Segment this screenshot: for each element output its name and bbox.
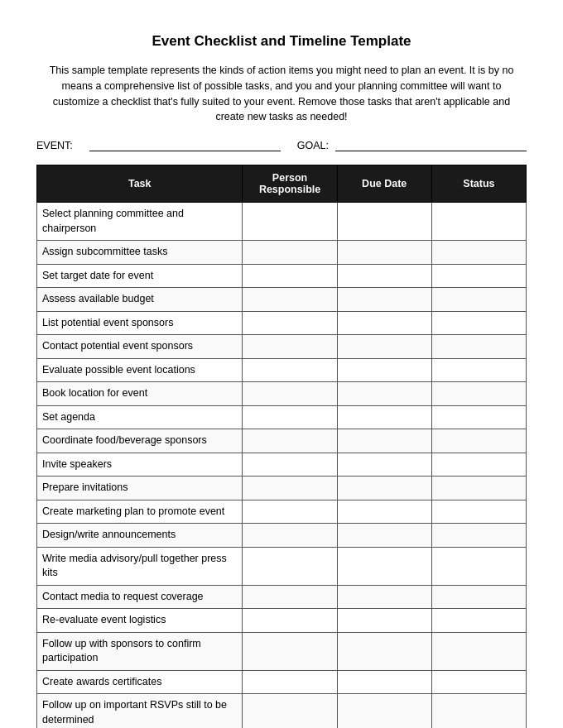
- task-cell: Contact potential event sponsors: [37, 335, 243, 359]
- person-cell: [243, 264, 337, 288]
- task-cell: Assign subcommittee tasks: [37, 241, 243, 265]
- person-cell: [243, 429, 337, 453]
- person-cell: [243, 358, 337, 382]
- status-cell: [431, 288, 526, 312]
- status-cell: [431, 358, 526, 382]
- duedate-cell: [337, 694, 431, 729]
- event-goal-line: EVENT: GOAL:: [36, 140, 527, 151]
- task-cell: Assess available budget: [37, 288, 243, 312]
- person-cell: [243, 632, 337, 670]
- task-cell: Follow up on important RSVPs still to be…: [37, 694, 243, 729]
- status-cell: [431, 632, 526, 670]
- status-cell: [431, 670, 526, 694]
- person-cell: [243, 670, 337, 694]
- task-cell: List potential event sponsors: [37, 311, 243, 335]
- event-label: EVENT:: [36, 140, 73, 151]
- person-cell: [243, 335, 337, 359]
- table-row: Invite speakers: [37, 453, 527, 477]
- goal-label: GOAL:: [297, 140, 329, 151]
- status-cell: [431, 311, 526, 335]
- table-header-row: Task Person Responsible Due Date Status: [37, 165, 527, 203]
- duedate-cell: [337, 405, 431, 429]
- person-cell: [243, 453, 337, 477]
- table-row: Contact potential event sponsors: [37, 335, 527, 359]
- status-cell: [431, 429, 526, 453]
- task-cell: Follow up with sponsors to confirm parti…: [37, 632, 243, 670]
- table-row: Coordinate food/beverage sponsors: [37, 429, 527, 453]
- duedate-cell: [337, 632, 431, 670]
- status-cell: [431, 500, 526, 524]
- table-row: Follow up with sponsors to confirm parti…: [37, 632, 527, 670]
- duedate-cell: [337, 429, 431, 453]
- table-row: Contact media to request coverage: [37, 585, 527, 609]
- duedate-cell: [337, 609, 431, 633]
- duedate-cell: [337, 477, 431, 500]
- task-cell: Re-evaluate event logistics: [37, 609, 243, 633]
- table-row: Follow up on important RSVPs still to be…: [37, 694, 527, 729]
- duedate-cell: [337, 311, 431, 335]
- person-cell: [243, 547, 337, 585]
- task-cell: Set target date for event: [37, 264, 243, 288]
- task-cell: Prepare invitations: [37, 477, 243, 500]
- status-cell: [431, 241, 526, 265]
- duedate-cell: [337, 382, 431, 406]
- person-cell: [243, 382, 337, 406]
- duedate-cell: [337, 524, 431, 548]
- person-cell: [243, 585, 337, 609]
- person-cell: [243, 524, 337, 548]
- duedate-cell: [337, 241, 431, 265]
- table-row: Evaluate possible event locations: [37, 358, 527, 382]
- duedate-cell: [337, 288, 431, 312]
- duedate-cell: [337, 203, 431, 241]
- col-header-duedate: Due Date: [337, 165, 431, 203]
- table-row: Create awards certificates: [37, 670, 527, 694]
- table-row: Write media advisory/pull together press…: [37, 547, 527, 585]
- table-row: Select planning committee and chairperso…: [37, 203, 527, 241]
- table-row: Create marketing plan to promote event: [37, 500, 527, 524]
- status-cell: [431, 547, 526, 585]
- status-cell: [431, 585, 526, 609]
- task-cell: Set agenda: [37, 405, 243, 429]
- task-cell: Design/write announcements: [37, 524, 243, 548]
- status-cell: [431, 405, 526, 429]
- status-cell: [431, 524, 526, 548]
- duedate-cell: [337, 453, 431, 477]
- col-header-status: Status: [431, 165, 526, 203]
- status-cell: [431, 203, 526, 241]
- description-text: This sample template represents the kind…: [36, 63, 527, 125]
- person-cell: [243, 609, 337, 633]
- duedate-cell: [337, 335, 431, 359]
- person-cell: [243, 694, 337, 729]
- col-header-person: Person Responsible: [243, 165, 337, 203]
- col-header-task: Task: [37, 165, 243, 203]
- status-cell: [431, 477, 526, 500]
- page: Event Checklist and Timeline Template Th…: [0, 0, 563, 728]
- checklist-table: Task Person Responsible Due Date Status …: [36, 165, 527, 728]
- person-cell: [243, 288, 337, 312]
- task-cell: Select planning committee and chairperso…: [37, 203, 243, 241]
- duedate-cell: [337, 670, 431, 694]
- status-cell: [431, 609, 526, 633]
- duedate-cell: [337, 358, 431, 382]
- task-cell: Book location for event: [37, 382, 243, 406]
- table-row: Set agenda: [37, 405, 527, 429]
- goal-underline: [335, 140, 527, 151]
- status-cell: [431, 453, 526, 477]
- duedate-cell: [337, 264, 431, 288]
- table-row: Book location for event: [37, 382, 527, 406]
- table-row: List potential event sponsors: [37, 311, 527, 335]
- table-row: Prepare invitations: [37, 477, 527, 500]
- person-cell: [243, 311, 337, 335]
- duedate-cell: [337, 585, 431, 609]
- person-cell: [243, 477, 337, 500]
- event-underline: [89, 140, 281, 151]
- status-cell: [431, 264, 526, 288]
- goal-section: GOAL:: [297, 140, 527, 151]
- table-row: Assess available budget: [37, 288, 527, 312]
- status-cell: [431, 382, 526, 406]
- task-cell: Create awards certificates: [37, 670, 243, 694]
- person-cell: [243, 203, 337, 241]
- person-cell: [243, 241, 337, 265]
- task-cell: Evaluate possible event locations: [37, 358, 243, 382]
- task-cell: Create marketing plan to promote event: [37, 500, 243, 524]
